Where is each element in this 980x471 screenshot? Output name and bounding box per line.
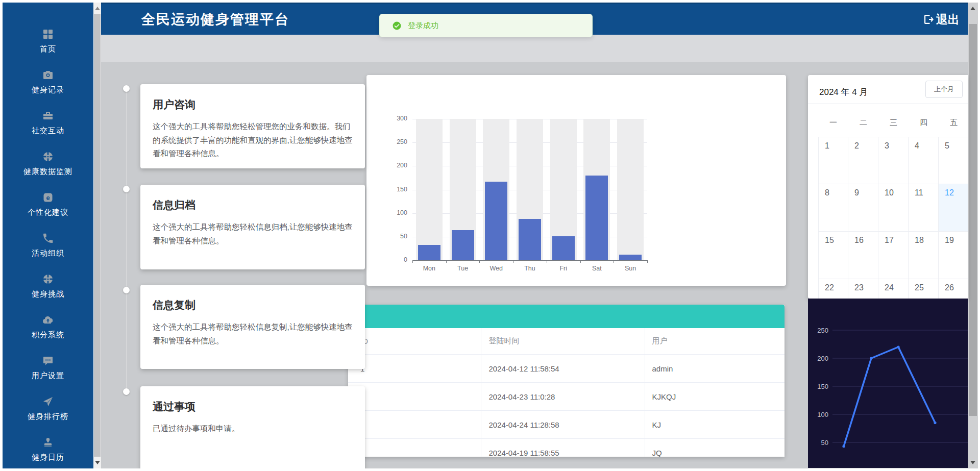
day-cell[interactable]: 10	[878, 184, 909, 232]
toolbar-band	[101, 35, 968, 62]
day-cell[interactable]: 3	[878, 137, 909, 184]
day-cell[interactable]: 16	[848, 232, 878, 279]
day-cell[interactable]: 18	[909, 232, 939, 279]
table-cell: 2024-04-12 11:58:54	[481, 355, 645, 383]
table-row: 32024-04-24 11:28:58KJ	[348, 411, 785, 439]
sidebar-item-label: 用户设置	[32, 371, 64, 381]
sidebar-item-label: 健康数据监测	[23, 167, 72, 177]
sidebar-item-积分系统[interactable]: 积分系统	[3, 314, 93, 355]
x-axis-label: Sun	[614, 265, 647, 272]
cloud-upload-icon	[42, 314, 54, 326]
sidebar-item-健康数据监测[interactable]: 健康数据监测	[3, 151, 93, 191]
sidebar-item-用户设置[interactable]: 用户设置	[3, 355, 93, 395]
column-header: ID	[348, 328, 481, 355]
day-cell[interactable]: 5	[939, 137, 968, 184]
page-scroll-thumb[interactable]	[969, 24, 977, 416]
login-table-panel: ID登陆时间用户 12024-04-12 11:58:54admin22024-…	[348, 305, 785, 457]
logout-button[interactable]: 退出	[922, 4, 960, 35]
table-row: 12024-04-12 11:58:54admin	[348, 355, 785, 383]
scroll-up-arrow-icon[interactable]	[95, 7, 100, 10]
table-cell: 1	[348, 355, 481, 383]
table-row: 22024-04-23 11:0:28KJKQJ	[348, 383, 785, 411]
day-cell[interactable]: 11	[909, 184, 939, 232]
day-cell[interactable]: 2	[848, 137, 878, 184]
scroll-up-arrow-icon[interactable]	[970, 7, 975, 10]
sidebar-item-健身排行榜[interactable]: 健身排行榜	[3, 395, 93, 436]
sidebar-item-label: 活动组织	[32, 249, 64, 258]
day-cell[interactable]: 12	[939, 184, 968, 232]
sidebar-item-活动组织[interactable]: 活动组织	[3, 232, 93, 273]
day-cell[interactable]: 24	[878, 279, 909, 299]
timeline-dot	[123, 388, 130, 395]
sidebar-item-label: 健身排行榜	[28, 412, 68, 422]
column-header: 用户	[645, 328, 785, 355]
bar-background	[617, 119, 644, 260]
card-title: 信息归档	[153, 198, 353, 212]
prev-month-button[interactable]: 上个月	[925, 81, 963, 98]
calendar-day-grid: 123458910111215161718192223242526	[818, 137, 968, 299]
day-cell[interactable]: 25	[909, 279, 939, 299]
table-cell: admin	[645, 355, 785, 383]
bar	[519, 219, 541, 260]
x-axis-label: Mon	[412, 265, 446, 272]
day-number: 15	[825, 236, 848, 245]
day-number: 4	[915, 141, 938, 151]
day-cell[interactable]: 17	[878, 232, 909, 279]
x-axis-label: Fri	[547, 265, 580, 272]
day-cell[interactable]: 4	[909, 137, 939, 184]
x-axis-label: Thu	[513, 265, 547, 272]
day-cell[interactable]: 26	[939, 279, 968, 299]
axis-tick	[479, 260, 480, 263]
svg-text:e: e	[46, 194, 50, 202]
table-cell: KJKQJ	[645, 383, 785, 411]
day-cell[interactable]: 1	[818, 137, 848, 184]
card-body: 这个强大的工具将帮助您轻松管理您的业务和数据。我们的系统提供了丰富的功能和直观的…	[153, 120, 353, 161]
sidebar-item-label: 积分系统	[32, 330, 64, 340]
x-axis-label: Sat	[580, 265, 614, 272]
sidebar-item-label: 健身记录	[32, 85, 64, 95]
day-number: 26	[945, 283, 968, 292]
sidebar-item-健身日历[interactable]: 健身日历	[3, 436, 93, 468]
weekday-label: 三	[878, 118, 909, 128]
table-cell: JQ	[645, 439, 785, 457]
scroll-down-arrow-icon[interactable]	[970, 461, 975, 464]
sidebar-item-健身记录[interactable]: 健身记录	[3, 69, 93, 110]
day-number: 2	[854, 141, 878, 151]
day-number: 9	[854, 188, 878, 197]
bar	[585, 176, 608, 260]
day-number: 18	[915, 236, 938, 245]
day-cell[interactable]: 15	[818, 232, 848, 279]
sidebar-item-社交互动[interactable]: 社交互动	[3, 110, 93, 151]
axis-tick	[580, 260, 581, 263]
table-cell: 4	[348, 439, 481, 457]
line-chart-panel: 50100150200250	[808, 299, 968, 468]
scroll-down-arrow-icon[interactable]	[95, 461, 100, 464]
bar-chart-panel: 050100150200250300MonTueWedThuFriSatSun	[366, 75, 786, 286]
day-cell[interactable]: 23	[848, 279, 878, 299]
sidebar-scrollbar[interactable]	[93, 3, 101, 468]
day-number: 8	[825, 188, 848, 197]
sidebar-item-label: 社交互动	[32, 126, 64, 136]
page-scrollbar[interactable]	[968, 3, 978, 468]
day-number: 19	[945, 236, 968, 245]
sidebar-item-label: 个性化建议	[28, 208, 68, 217]
sidebar-item-个性化建议[interactable]: e个性化建议	[3, 191, 93, 232]
sidebar-scroll-thumb[interactable]	[94, 14, 101, 457]
table-cell: KJ	[645, 411, 785, 439]
table-header-row: ID登陆时间用户	[348, 328, 785, 355]
x-axis-label: Wed	[479, 265, 513, 272]
day-cell[interactable]: 8	[818, 184, 848, 232]
axis-tick	[547, 260, 547, 263]
day-cell[interactable]: 9	[848, 184, 878, 232]
logout-label: 退出	[936, 12, 960, 28]
day-cell[interactable]: 19	[939, 232, 968, 279]
day-number: 11	[915, 188, 938, 197]
sidebar-item-label: 健身挑战	[32, 289, 64, 299]
briefcase-icon	[42, 110, 54, 122]
day-number: 25	[915, 283, 938, 292]
sidebar-item-健身挑战[interactable]: 健身挑战	[3, 273, 93, 314]
compass-icon	[42, 273, 54, 285]
sidebar-item-首页[interactable]: 首页	[3, 28, 93, 69]
day-cell[interactable]: 22	[818, 279, 848, 299]
weekday-label: 一	[818, 118, 848, 128]
